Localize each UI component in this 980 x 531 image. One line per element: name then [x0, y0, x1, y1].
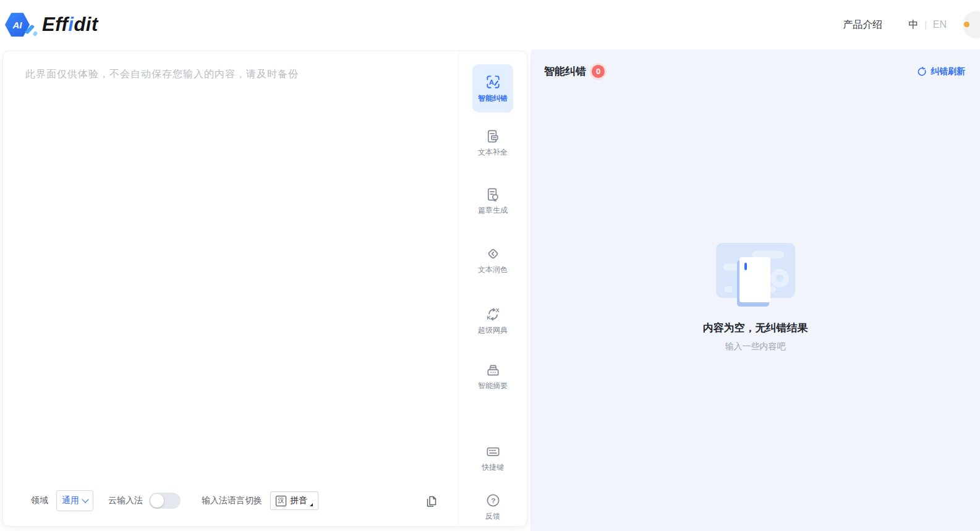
question-feedback-icon: ?: [485, 492, 501, 509]
lang-switch-en[interactable]: EN: [933, 19, 947, 30]
refresh-errors-button[interactable]: 纠错刷新: [917, 66, 965, 77]
corner-triangle-icon: [310, 503, 313, 506]
results-header: 智能纠错 0 纠错刷新: [530, 48, 980, 79]
document-cursor-mark: [744, 263, 747, 270]
avatar-dot-icon: [964, 22, 969, 27]
feature-toolbar: A 智能纠错 文本补全 篇章生成: [458, 51, 527, 526]
super-dictionary-icon: X K: [485, 306, 501, 323]
toolbar-item-label: 智能摘要: [478, 381, 508, 391]
toolbar-item-label: 快捷键: [482, 462, 504, 473]
scan-correct-icon: A: [485, 74, 501, 90]
header-nav: 产品介绍 中 | EN: [843, 11, 980, 38]
ime-button-text: 拼音: [290, 495, 307, 506]
app-logo[interactable]: AI Effidit: [5, 11, 98, 39]
editor-input[interactable]: 此界面仅供体验，不会自动保存您输入的内容，请及时备份 领域 通用 云输入法 输入…: [3, 51, 458, 526]
cloud-ime-label: 云输入法: [108, 495, 143, 506]
svg-text:?: ?: [491, 497, 495, 504]
domain-label: 领域: [31, 495, 48, 506]
text-completion-icon: [485, 128, 501, 145]
results-panel: 智能纠错 0 纠错刷新 内容为空，无纠错结果 输入一些内容吧: [530, 48, 980, 531]
domain-dropdown[interactable]: 通用: [56, 490, 93, 511]
article-generation-icon: [485, 186, 501, 203]
brand-suffix: dit: [74, 14, 98, 35]
toolbar-item-label: 反馈: [485, 511, 500, 522]
nav-product-intro[interactable]: 产品介绍: [843, 19, 882, 32]
page: { "header": { "logo": { "hex_label": "AI…: [0, 0, 980, 531]
editor-placeholder: 此界面仅供体验，不会自动保存您输入的内容，请及时备份: [25, 68, 433, 81]
refresh-label: 纠错刷新: [931, 66, 965, 77]
keyboard-icon: [485, 443, 501, 460]
logo-ai-hexagon-icon: AI: [5, 11, 38, 39]
document-sheet: [739, 257, 770, 302]
logo-pen-dot-icon: [33, 31, 38, 36]
empty-title: 内容为空，无纠错结果: [530, 321, 980, 335]
domain-value: 通用: [62, 495, 79, 506]
empty-subtitle: 输入一些内容吧: [530, 341, 980, 352]
toolbar-item-smart-summary[interactable]: 智能摘要: [478, 362, 508, 391]
text-polish-icon: [485, 245, 501, 262]
user-avatar[interactable]: [963, 11, 980, 38]
lang-divider: |: [924, 20, 927, 30]
chevron-down-icon: [82, 496, 88, 503]
toolbar-item-text-polish[interactable]: 文本润色: [478, 245, 508, 275]
toolbar-item-label: 文本润色: [478, 265, 508, 275]
brand-prefix: Eff: [42, 14, 68, 35]
toolbar-item-article-generation[interactable]: 篇章生成: [478, 186, 508, 216]
illustration-circle: [770, 269, 789, 287]
toolbar-item-label: 文本补全: [478, 147, 508, 158]
illustration-square: [725, 286, 732, 292]
editor-card: 此界面仅供体验，不会自动保存您输入的内容，请及时备份 领域 通用 云输入法 输入…: [2, 51, 527, 527]
han-character-icon: 汉: [276, 496, 286, 506]
toolbar-item-label: 篇章生成: [478, 205, 508, 216]
ime-switch-label: 输入法语言切换: [202, 495, 262, 506]
logo-ai-text: AI: [13, 20, 22, 30]
editor-footer: 领域 通用 云输入法 输入法语言切换 汉 拼音: [3, 490, 458, 511]
brand-wordmark: Effidit: [42, 14, 98, 36]
empty-document-illustration: [716, 243, 795, 306]
error-count-badge: 0: [592, 65, 605, 78]
smart-summary-icon: [485, 362, 501, 378]
toggle-knob: [150, 494, 164, 508]
toolbar-item-smart-correct[interactable]: A 智能纠错: [472, 64, 513, 113]
lang-switch-zh[interactable]: 中: [908, 19, 918, 32]
app-header: AI Effidit 产品介绍 中 | EN: [0, 0, 980, 49]
toolbar-item-text-completion[interactable]: 文本补全: [478, 128, 508, 158]
cloud-ime-toggle[interactable]: [149, 493, 181, 509]
empty-state: 内容为空，无纠错结果 输入一些内容吧: [530, 243, 980, 352]
svg-text:K: K: [487, 315, 491, 321]
toolbar-item-feedback[interactable]: ? 反馈: [485, 492, 501, 522]
toolbar-item-label: 超级网典: [478, 325, 508, 336]
results-title: 智能纠错: [544, 64, 586, 79]
svg-text:X: X: [495, 307, 499, 313]
svg-text:A: A: [488, 79, 494, 86]
toolbar-item-label: 智能纠错: [478, 93, 508, 104]
refresh-icon: [917, 67, 927, 77]
ime-language-button[interactable]: 汉 拼音: [270, 491, 318, 510]
toolbar-item-super-dictionary[interactable]: X K 超级网典: [478, 306, 508, 336]
copy-icon[interactable]: [424, 493, 438, 508]
toolbar-item-hotkeys[interactable]: 快捷键: [482, 443, 504, 473]
